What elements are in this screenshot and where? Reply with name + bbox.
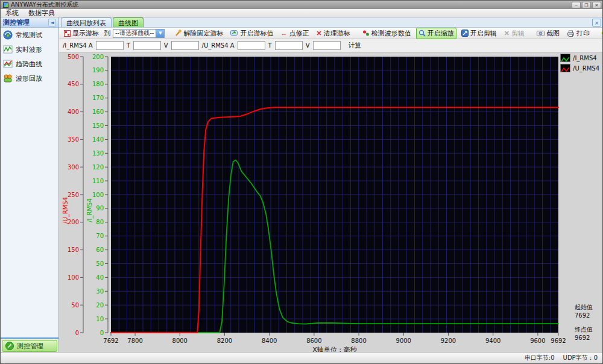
screenshot-label: 截图 [546,29,560,38]
sidebar-item-realtime-wave[interactable]: 实时波形 [1,42,58,57]
svg-text:250: 250 [68,192,79,198]
svg-text:8000: 8000 [172,337,188,344]
legend-item: /U_RMS4 [560,64,599,72]
sidebar-item-label: 实时波形 [16,45,42,54]
svg-text:400: 400 [68,108,79,115]
cursor-u-series-label: /U_RMS4 A [202,42,235,49]
sidebar-item-wave-replay[interactable]: 波形回放 [1,71,58,86]
restore-button[interactable]: ❐ [582,2,591,8]
tab-curve-replay-list[interactable]: 曲线回放列表 [61,17,112,27]
open-cursor-value-button[interactable]: 开启游标值 [228,28,276,39]
x-range-box: 起始值 7692 终点值 9692 [575,303,593,348]
trend-curve-icon [3,59,13,69]
svg-text:110: 110 [92,178,104,184]
zoom-toggle-button[interactable]: 开启缩放 [416,28,456,39]
start-value-label: 起始值 [575,303,593,312]
wave-replay-icon [3,74,13,83]
print-button[interactable]: 打印 [564,28,592,39]
minimize-button[interactable]: ─ [572,2,581,8]
sidebar-collapse-button[interactable]: ◄ [48,19,56,27]
screenshot-button[interactable]: 截图 [534,28,562,39]
menu-item-system[interactable]: 系统 [5,8,19,17]
point-fix-button[interactable]: ↔ 点修正 [278,28,311,39]
svg-text:130: 130 [92,150,104,157]
svg-text:190: 190 [92,67,104,74]
magnifier-icon [418,30,426,37]
clip-toggle-button[interactable]: 开启剪辑 [459,28,499,39]
cursor-i-t-input[interactable] [133,41,161,50]
start-value: 7692 [575,312,593,320]
curve-select-value: --请选择曲线-- [113,29,156,37]
svg-text:9000: 9000 [396,337,411,344]
svg-text:9400: 9400 [485,337,500,344]
end-value-label: 终点值 [575,325,593,334]
tab-curve-chart[interactable]: 曲线图 [113,17,144,27]
curve-select-dropdown[interactable]: --请选择曲线-- ▼ [113,29,165,38]
svg-text:160: 160 [92,108,104,115]
svg-text:30: 30 [96,288,104,295]
exit-button[interactable]: ⟳ 退出 [599,28,603,39]
sidebar-bottom-button[interactable]: 测控管理 [2,340,57,352]
serial-bytes-status: 串口字节:0 [525,354,555,362]
svg-text:180: 180 [92,81,104,87]
svg-text:0: 0 [75,330,79,336]
cursor-i-t-label: T [127,42,130,49]
svg-text:60: 60 [96,246,104,253]
svg-text:8400: 8400 [262,337,277,344]
clip-label: 剪辑 [511,29,525,38]
chart-legend: /I_RMS4/U_RMS4 [560,54,599,72]
svg-text:/I_RMS4: /I_RMS4 [86,198,93,222]
cursor-u-v-input[interactable] [313,41,341,50]
cursor-u-t-label: T [268,42,272,49]
svg-text:8600: 8600 [306,337,321,344]
main-area: 曲线回放列表 曲线图 × 显示游标 到 --请选择曲线-- ▼ [59,17,603,353]
sidebar-header-label: 测控管理 [3,18,30,27]
svg-text:300: 300 [68,164,79,171]
tab-close-icon[interactable]: × [592,19,601,27]
svg-text:80: 80 [96,219,104,225]
sidebar-bottom: 测控管理 [1,337,58,353]
detect-values-label: 检测波形数值 [371,29,411,38]
clear-cursor-button[interactable]: ✕ 清理游标 [314,28,352,39]
app-window: ANYWAY分布式测控系统 ─ ❐ ✕ 系统 数据字典 测控管理 ◄ 常规测试 [0,0,603,364]
udp-bytes-status: UDP字节：0 [563,354,598,362]
open-cursor-value-label: 开启游标值 [240,29,273,38]
svg-text:150: 150 [92,122,104,129]
svg-text:9600: 9600 [530,337,545,344]
point-fix-icon: ↔ [280,30,287,37]
cursor-i-series-label: /I_RMS4 A [63,42,93,49]
svg-text:90: 90 [96,205,104,212]
svg-text:7800: 7800 [127,337,142,344]
detect-values-icon [362,30,370,37]
svg-text:10: 10 [96,316,104,322]
svg-text:50: 50 [71,302,79,309]
general-test-icon [3,30,13,40]
svg-text:50: 50 [96,260,104,267]
print-label: 打印 [576,29,590,38]
point-fix-label: 点修正 [289,29,309,38]
cursor-u-a-input[interactable] [238,41,265,50]
svg-text:100: 100 [68,274,79,281]
realtime-wave-icon [3,45,13,54]
sidebar-item-general-test[interactable]: 常规测试 [1,28,58,42]
calculate-button[interactable]: 计算 [349,41,362,50]
svg-text:40: 40 [96,274,104,281]
clip-button: ✕ 剪辑 [502,28,527,39]
close-button[interactable]: ✕ [592,2,601,8]
menu-item-data-dictionary[interactable]: 数据字典 [28,8,55,17]
show-cursor-button[interactable]: 显示游标 [62,28,101,39]
end-value: 9692 [575,334,593,342]
clip-disabled-icon: ✕ [504,30,510,37]
chevron-down-icon[interactable]: ▼ [156,30,164,37]
detect-values-button[interactable]: 检测波形数值 [360,28,414,39]
unpin-cursor-button[interactable]: 解除固定游标 [172,28,226,39]
legend-swatch-icon [560,54,570,62]
svg-text:7692: 7692 [103,337,118,344]
cursor-i-a-input[interactable] [96,41,124,50]
cursor-u-t-input[interactable] [275,41,303,50]
cursor-i-v-input[interactable] [171,41,199,50]
sidebar-item-trend-curve[interactable]: 趋势曲线 [1,57,58,71]
cursor-i-v-label: V [164,42,168,49]
trend-chart[interactable]: 0501001502002503003504004505000102030405… [59,52,603,354]
svg-text:150: 150 [68,246,79,253]
